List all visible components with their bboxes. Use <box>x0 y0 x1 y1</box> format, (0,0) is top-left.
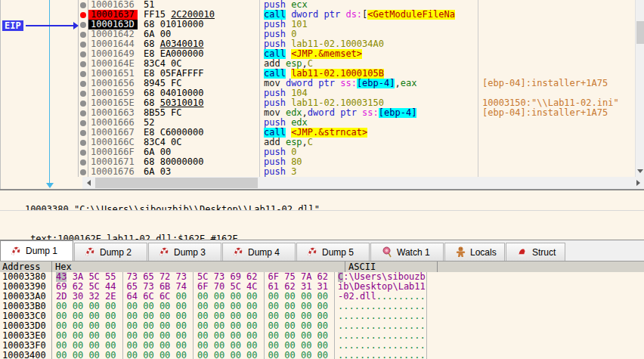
hex-byte[interactable]: 00 <box>284 311 295 321</box>
hex-byte[interactable]: 00 <box>230 330 240 341</box>
hex-byte[interactable]: 00 <box>230 350 240 359</box>
hex-byte[interactable]: 00 <box>73 301 83 311</box>
instruction-dot[interactable] <box>80 110 86 116</box>
hex-byte[interactable]: 70 <box>214 281 224 292</box>
hex-byte[interactable]: 00 <box>127 330 138 341</box>
hex-byte[interactable]: 00 <box>88 330 99 341</box>
hex-byte[interactable]: 2E <box>105 291 116 302</box>
ascii-char[interactable]: . <box>370 351 376 359</box>
ascii-char[interactable]: . <box>414 341 420 351</box>
hex-byte[interactable]: 00 <box>317 291 328 302</box>
instruction-dot[interactable] <box>80 22 86 28</box>
scroll-right-button[interactable] <box>632 177 644 189</box>
ascii-char[interactable]: . <box>376 351 382 359</box>
ascii-char[interactable]: . <box>370 321 376 331</box>
hex-byte[interactable]: 00 <box>301 340 311 351</box>
hex-byte[interactable]: 00 <box>176 301 187 311</box>
instruction-dot[interactable] <box>80 32 86 38</box>
disasm-row[interactable]: 1000163D68 01010000push 101 <box>1 20 636 29</box>
ascii-char[interactable]: . <box>420 351 426 359</box>
ascii-char[interactable]: . <box>343 341 348 351</box>
ascii-char[interactable]: . <box>355 321 360 331</box>
hex-byte[interactable]: 00 <box>246 330 257 341</box>
ascii-char[interactable]: 2 <box>349 292 355 302</box>
disasm-row[interactable]: 10001667E8 C6000000call <JMP.&strncat> <box>1 128 636 138</box>
disasm-row[interactable]: 1000167168 80000000push 80 <box>1 157 636 167</box>
hex-byte[interactable]: 00 <box>230 311 240 321</box>
hex-byte[interactable]: 00 <box>214 330 224 341</box>
ascii-char[interactable]: . <box>343 321 348 331</box>
ascii-char[interactable]: . <box>420 331 426 341</box>
hex-byte[interactable]: 44 <box>105 281 116 292</box>
hex-byte[interactable]: 00 <box>197 291 208 302</box>
instruction-dot[interactable] <box>80 140 86 146</box>
ascii-char[interactable]: . <box>376 302 382 311</box>
disassembly-pane[interactable]: 1000163651push ecx10001637FF15 2C200010c… <box>0 0 644 189</box>
hex-byte[interactable]: 62 <box>73 281 83 292</box>
hex-byte[interactable]: 00 <box>105 311 116 321</box>
hex-byte[interactable]: 00 <box>127 340 138 351</box>
tab-dump-3[interactable]: Dump 3 <box>148 243 221 261</box>
ascii-char[interactable]: . <box>343 302 348 311</box>
ascii-char[interactable]: . <box>398 331 404 341</box>
disasm-row[interactable]: 10001651E8 05FAFFFFcall lab11-02.1000105… <box>1 69 636 79</box>
tab-dump-5[interactable]: Dump 5 <box>296 243 370 261</box>
hex-byte[interactable]: 00 <box>230 301 240 311</box>
disasm-row[interactable]: 1000166652push edx <box>1 118 636 128</box>
ascii-char[interactable]: . <box>355 302 360 311</box>
ascii-char[interactable]: b <box>398 272 404 282</box>
hex-byte[interactable]: 00 <box>197 320 208 331</box>
hex-byte[interactable]: 00 <box>143 320 153 331</box>
disasm-vertical-scrollbar[interactable] <box>635 0 644 177</box>
hex-byte[interactable]: 00 <box>197 301 208 311</box>
tab-dump-4[interactable]: Dump 4 <box>222 243 296 261</box>
ascii-char[interactable]: . <box>355 341 360 351</box>
ascii-char[interactable]: L <box>398 282 404 292</box>
ascii-char[interactable]: . <box>349 331 355 341</box>
hex-byte[interactable]: 00 <box>105 330 116 341</box>
disasm-row[interactable]: 10001649E8 EA000000call <JMP.&memset> <box>1 49 636 59</box>
hex-byte[interactable]: 00 <box>127 311 138 321</box>
ascii-char[interactable]: U <box>355 272 360 282</box>
ascii-char[interactable]: . <box>398 351 404 359</box>
ascii-char[interactable]: . <box>420 341 426 351</box>
hex-byte[interactable]: 00 <box>176 340 187 351</box>
disasm-row[interactable]: 1000164E83C4 0Cadd esp,C <box>1 59 636 69</box>
hex-byte[interactable]: 00 <box>143 340 153 351</box>
instruction-dot[interactable] <box>80 81 86 87</box>
hex-byte[interactable]: 00 <box>197 330 208 341</box>
hex-byte[interactable]: 00 <box>284 330 295 341</box>
hex-byte[interactable]: 00 <box>56 350 67 359</box>
ascii-char[interactable]: . <box>349 351 355 359</box>
ascii-char[interactable]: . <box>349 341 355 351</box>
ascii-char[interactable]: 1 <box>414 282 420 292</box>
ascii-char[interactable]: . <box>392 351 398 359</box>
hex-byte[interactable]: 6C <box>159 291 170 302</box>
instruction-dot[interactable] <box>80 2 86 8</box>
instruction-dot[interactable] <box>80 42 86 48</box>
ascii-char[interactable]: . <box>355 292 360 302</box>
breakpoint-cell[interactable] <box>79 29 88 39</box>
breakpoint-dot[interactable] <box>80 12 86 18</box>
breakpoint-cell[interactable] <box>79 10 88 20</box>
breakpoint-cell[interactable] <box>79 138 88 147</box>
hex-byte[interactable]: 00 <box>268 350 279 359</box>
hex-byte[interactable]: 00 <box>73 340 83 351</box>
ascii-char[interactable]: : <box>343 272 348 282</box>
hex-byte[interactable]: 00 <box>214 291 224 302</box>
hex-byte[interactable]: 00 <box>317 350 328 359</box>
ascii-char[interactable]: t <box>376 282 382 292</box>
hex-byte[interactable]: 00 <box>197 340 208 351</box>
hex-byte[interactable]: 00 <box>317 311 328 321</box>
hex-byte[interactable]: 00 <box>246 340 257 351</box>
disasm-row[interactable]: 1000163651push ecx <box>1 0 636 10</box>
disasm-row[interactable]: 1000164468 A0340010push lab11-02.100034A… <box>1 39 636 49</box>
ascii-char[interactable]: l <box>370 292 376 302</box>
ascii-char[interactable]: 1 <box>420 282 426 292</box>
hex-byte[interactable]: 00 <box>159 330 170 341</box>
ascii-char[interactable]: . <box>355 311 360 321</box>
instruction-dot[interactable] <box>80 101 86 107</box>
ascii-char[interactable]: i <box>392 272 398 282</box>
hex-byte[interactable]: 5C <box>88 281 99 292</box>
ascii-char[interactable]: . <box>414 351 420 359</box>
